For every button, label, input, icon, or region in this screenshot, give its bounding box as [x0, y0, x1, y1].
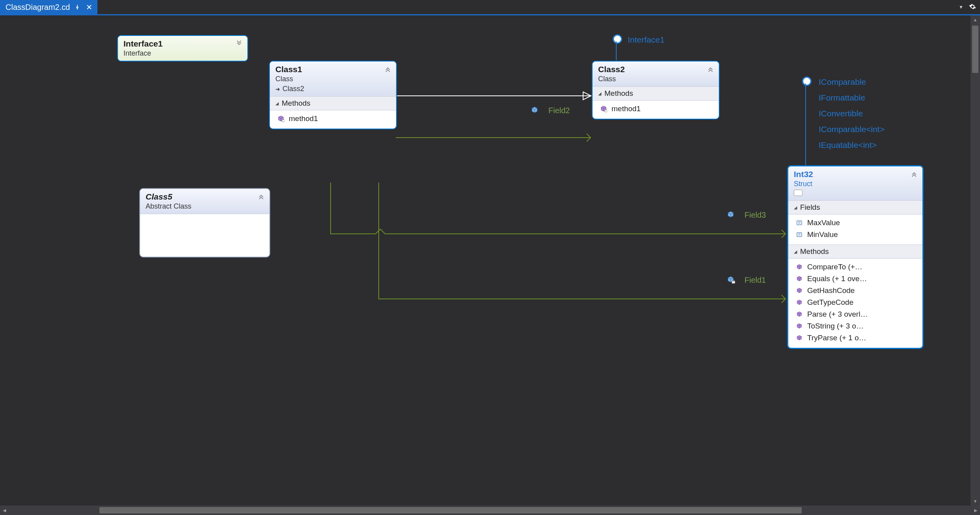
chevron-expand-icon[interactable] — [235, 39, 243, 48]
struct-glyph-icon — [794, 190, 802, 196]
lollipop-label: IComparable — [819, 77, 866, 87]
node-title: Class1 — [275, 65, 391, 74]
method-icon — [600, 105, 608, 113]
section-caret-icon: ◢ — [794, 249, 797, 254]
chevron-collapse-icon[interactable] — [910, 170, 918, 178]
association-label: Field3 — [744, 211, 766, 220]
lollipop-label: IComparable<int> — [819, 125, 885, 134]
close-icon[interactable] — [85, 3, 94, 11]
association-label: Field2 — [548, 106, 570, 115]
node-title: Class2 — [598, 65, 714, 74]
horizontal-scrollbar[interactable]: ◀ ▶ — [0, 506, 980, 515]
method-icon — [277, 115, 285, 123]
node-int32[interactable]: Int32 Struct ◢ Fields MaxValue — [787, 165, 924, 349]
node-header: Class1 Class ➜ Class2 — [270, 62, 396, 96]
lollipop-label: IEquatable<int> — [819, 140, 877, 150]
node-subtitle: Class — [275, 75, 391, 83]
node-header: Int32 Struct — [788, 166, 922, 200]
node-title: Int32 — [794, 170, 918, 179]
lollipop-ball-icon — [802, 77, 812, 86]
node-header: Class2 Class — [593, 62, 719, 86]
scroll-up-icon[interactable]: ▲ — [971, 15, 980, 24]
tab-filename: ClassDiagram2.cd — [6, 3, 70, 12]
node-header: Class5 Abstract Class — [140, 189, 269, 214]
workspace: ClassDiagram2.cd ▼ — [0, 0, 980, 515]
method-icon — [795, 275, 803, 283]
chevron-collapse-icon[interactable] — [383, 65, 392, 73]
tab-overflow-dropdown-icon[interactable]: ▼ — [959, 4, 963, 10]
member-method[interactable]: method1 — [598, 103, 716, 115]
field-private-icon — [727, 276, 735, 285]
member-field[interactable]: MaxValue — [794, 217, 919, 229]
lollipop-ball-icon — [613, 34, 622, 44]
scroll-right-icon[interactable]: ▶ — [971, 506, 980, 515]
scroll-left-icon[interactable]: ◀ — [0, 506, 9, 515]
vertical-scrollbar[interactable]: ▲ ▼ — [971, 15, 980, 506]
field-icon — [727, 211, 735, 220]
member-method[interactable]: method1 — [275, 113, 393, 125]
member-method[interactable]: TryParse (+ 1 o… — [794, 332, 919, 344]
scroll-thumb[interactable] — [972, 26, 978, 73]
field-icon — [531, 106, 539, 115]
node-interface1[interactable]: Interface1 Interface — [117, 35, 248, 62]
lollipop-label: IConvertible — [819, 109, 863, 118]
section-methods[interactable]: ◢ Methods — [788, 244, 922, 259]
scroll-thumb[interactable] — [99, 507, 802, 513]
members-list: method1 — [270, 110, 396, 129]
node-title: Class5 — [146, 192, 265, 202]
lollipop-stem — [616, 41, 617, 60]
svg-marker-1 — [583, 92, 591, 100]
methods-list: CompareTo (+… Equals (+ 1 ove… GetHashCo… — [788, 259, 922, 348]
section-methods[interactable]: ◢ Methods — [593, 86, 719, 101]
pin-icon[interactable] — [73, 3, 82, 11]
node-class2[interactable]: Class2 Class ◢ Methods method1 — [592, 61, 720, 119]
node-subtitle: Struct — [794, 180, 918, 188]
section-caret-icon: ◢ — [794, 205, 797, 210]
member-field[interactable]: MinValue — [794, 229, 919, 241]
lollipop-class2 — [613, 34, 622, 44]
tab-bar: ClassDiagram2.cd ▼ — [0, 0, 980, 15]
constant-icon — [795, 231, 803, 239]
section-caret-icon: ◢ — [275, 101, 279, 106]
diagram-canvas[interactable]: Interface1 Interface Class1 Class ➜ Clas… — [0, 15, 980, 506]
tabbar-tools: ▼ — [959, 0, 980, 14]
method-icon — [795, 263, 803, 271]
section-fields[interactable]: ◢ Fields — [788, 200, 922, 215]
chevron-collapse-icon[interactable] — [706, 65, 715, 73]
node-title: Interface1 — [123, 39, 243, 49]
members-list: method1 — [593, 101, 719, 119]
derived-arrow-icon: ➜ — [275, 86, 280, 92]
scroll-track[interactable] — [9, 506, 971, 515]
fields-list: MaxValue MinValue — [788, 215, 922, 244]
method-icon — [795, 334, 803, 342]
scroll-down-icon[interactable]: ▼ — [971, 497, 980, 506]
node-header: Interface1 Interface — [118, 36, 247, 61]
gear-icon[interactable] — [969, 3, 976, 11]
member-method[interactable]: Parse (+ 3 overl… — [794, 308, 919, 320]
member-method[interactable]: Equals (+ 1 ove… — [794, 273, 919, 285]
lollipop-int32 — [802, 77, 812, 86]
node-class1[interactable]: Class1 Class ➜ Class2 ◢ Methods — [269, 61, 397, 129]
chevron-collapse-icon[interactable] — [257, 192, 266, 201]
member-method[interactable]: CompareTo (+… — [794, 261, 919, 273]
method-icon — [795, 287, 803, 295]
section-methods[interactable]: ◢ Methods — [270, 96, 396, 110]
svg-rect-12 — [797, 233, 802, 237]
constant-icon — [795, 219, 803, 227]
association-label: Field1 — [744, 276, 766, 285]
node-subtitle: Abstract Class — [146, 202, 265, 211]
lollipop-label: Interface1 — [628, 35, 664, 45]
method-icon — [795, 299, 803, 306]
lollipop-label: IFormattable — [819, 93, 865, 103]
node-class5[interactable]: Class5 Abstract Class — [139, 188, 270, 258]
node-subtitle: Interface — [123, 49, 243, 58]
member-method[interactable]: ToString (+ 3 o… — [794, 320, 919, 332]
member-method[interactable]: GetHashCode — [794, 285, 919, 297]
method-icon — [795, 310, 803, 318]
node-base-type: ➜ Class2 — [275, 85, 391, 93]
node-subtitle: Class — [598, 75, 714, 83]
document-tab[interactable]: ClassDiagram2.cd — [0, 0, 97, 14]
scroll-track[interactable] — [971, 24, 980, 497]
member-method[interactable]: GetTypeCode — [794, 297, 919, 308]
lollipop-stem — [805, 84, 806, 165]
